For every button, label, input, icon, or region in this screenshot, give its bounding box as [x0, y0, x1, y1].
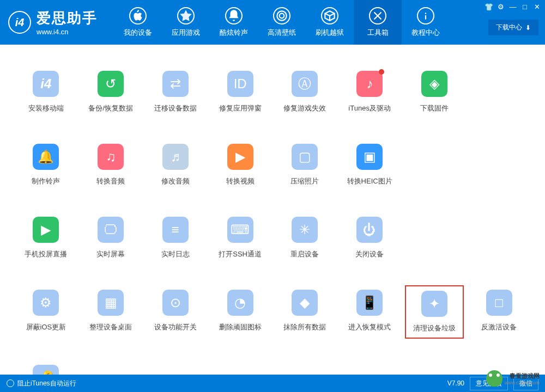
tool-label: 打开SSH通道 — [219, 249, 262, 259]
tool-ssh[interactable]: ⌨打开SSH通道 — [210, 212, 270, 264]
tool-pie[interactable]: ◔删除顽固图标 — [210, 285, 270, 339]
nav-item-image[interactable]: 高清壁纸 — [258, 0, 306, 45]
content-area: i4安装移动端↺备份/恢复数据⇄迁移设备数据ID修复应用弹窗Ⓐ修复游戏失效♪iT… — [0, 45, 545, 375]
watermark-english: www.czcbn.com — [504, 380, 540, 385]
tool-audio[interactable]: ♫转换音频 — [81, 139, 141, 191]
cast-icon: ▶ — [33, 217, 59, 243]
clean-icon: ✦ — [421, 291, 447, 317]
download-center-label: 下载中心 — [496, 23, 522, 32]
apple-icon — [129, 7, 147, 24]
tool-label: 下载固件 — [420, 103, 449, 113]
tool-label: 修复应用弹窗 — [219, 103, 262, 113]
nav-item-bell[interactable]: 酷炫铃声 — [210, 0, 258, 45]
nav-label: 工具箱 — [367, 28, 389, 38]
window-controls: 👕 ⚙ — □ ✕ — [481, 0, 545, 13]
nav-label: 酷炫铃声 — [220, 28, 248, 38]
watermark-chinese: 春蚕游戏网 — [504, 372, 540, 380]
tool-play[interactable]: ▶转换视频 — [210, 139, 270, 191]
close-button[interactable]: ✕ — [531, 2, 542, 11]
tool-label: 迁移设备数据 — [154, 103, 197, 113]
nav-item-box[interactable]: 刷机越狱 — [306, 0, 354, 45]
nav-item-tools[interactable]: 工具箱 — [354, 0, 402, 45]
minimize-button[interactable]: — — [507, 2, 518, 11]
version-label: V7.90 — [447, 379, 464, 387]
tool-transfer[interactable]: ⇄迁移设备数据 — [146, 66, 205, 118]
tool-photo[interactable]: ▢压缩照片 — [275, 139, 335, 191]
app-icon — [177, 7, 195, 24]
tool-label: 实时屏幕 — [96, 249, 125, 259]
app-title: 爱思助手 — [37, 9, 98, 28]
tshirt-icon[interactable]: 👕 — [483, 2, 494, 11]
photo-icon: ▢ — [292, 144, 318, 170]
tool-label: 清理设备垃圾 — [413, 323, 456, 333]
bug-icon — [486, 370, 502, 387]
status-text[interactable]: 阻止iTunes自动运行 — [17, 379, 76, 388]
tool-recovery[interactable]: 📱进入恢复模式 — [340, 285, 399, 339]
tool-deactivate[interactable]: □反激活设备 — [469, 285, 529, 339]
nav-label: 应用游戏 — [172, 28, 200, 38]
appleid-icon: ID — [227, 71, 253, 97]
box-icon — [321, 7, 338, 24]
bell-icon — [225, 7, 243, 24]
transfer-icon: ⇄ — [162, 71, 189, 97]
tools-grid: i4安装移动端↺备份/恢复数据⇄迁移设备数据ID修复应用弹窗Ⓐ修复游戏失效♪iT… — [16, 66, 529, 375]
tool-monitor[interactable]: 🖵实时屏幕 — [81, 212, 141, 264]
nav-item-info[interactable]: 教程中心 — [402, 0, 450, 45]
nav-item-app[interactable]: 应用游戏 — [162, 0, 210, 45]
ssh-icon: ⌨ — [227, 217, 253, 243]
tool-gear[interactable]: ⚙屏蔽iOS更新 — [16, 285, 76, 339]
loading-icon: ✳ — [292, 217, 318, 243]
header: i4 爱思助手 www.i4.cn 我的设备应用游戏酷炫铃声高清壁纸刷机越狱工具… — [0, 0, 545, 45]
tool-music[interactable]: ♪iTunes及驱动 — [340, 66, 399, 118]
tools-icon — [369, 7, 386, 24]
log-icon: ≡ — [162, 217, 189, 243]
logo-area[interactable]: i4 爱思助手 www.i4.cn — [8, 9, 98, 36]
tool-label: 实时日志 — [161, 249, 190, 259]
tool-key[interactable]: 🔑访问限制 — [16, 360, 76, 375]
play-icon: ▶ — [227, 144, 253, 170]
tool-toggle[interactable]: ⊙设备功能开关 — [146, 285, 205, 339]
tool-audio2[interactable]: ♬修改音频 — [146, 139, 205, 191]
tool-label: 转换视频 — [226, 176, 255, 186]
audio-icon: ♫ — [98, 144, 124, 170]
appstore-icon: Ⓐ — [292, 71, 318, 97]
settings-icon[interactable]: ⚙ — [495, 2, 506, 11]
maximize-button[interactable]: □ — [519, 2, 530, 11]
monitor-icon: 🖵 — [98, 217, 124, 243]
nav-item-apple[interactable]: 我的设备 — [114, 0, 162, 45]
nav-label: 刷机越狱 — [316, 28, 344, 38]
restore-icon: ↺ — [98, 71, 124, 97]
tool-label: iTunes及驱动 — [348, 103, 391, 113]
watermark: 春蚕游戏网 www.czcbn.com — [486, 370, 540, 387]
tool-cube[interactable]: ◈下载固件 — [405, 66, 464, 118]
tool-label: 整理设备桌面 — [89, 322, 132, 332]
tool-label: 转换HEIC图片 — [347, 176, 392, 186]
tool-appstore[interactable]: Ⓐ修复游戏失效 — [275, 66, 335, 118]
tool-log[interactable]: ≡实时日志 — [146, 212, 205, 264]
tool-grid[interactable]: ▦整理设备桌面 — [81, 285, 141, 339]
audio2-icon: ♬ — [162, 144, 189, 170]
grid-icon: ▦ — [98, 290, 124, 316]
nav-label: 高清壁纸 — [268, 28, 296, 38]
main-nav: 我的设备应用游戏酷炫铃声高清壁纸刷机越狱工具箱教程中心 — [114, 0, 537, 45]
tool-label: 压缩照片 — [290, 176, 319, 186]
tool-restore[interactable]: ↺备份/恢复数据 — [81, 66, 141, 118]
tool-cast[interactable]: ▶手机投屏直播 — [16, 212, 76, 264]
tool-label: 删除顽固图标 — [219, 322, 262, 332]
i4-icon: i4 — [33, 71, 59, 97]
download-center-button[interactable]: 下载中心 ⬇ — [488, 20, 538, 35]
tool-label: 反激活设备 — [481, 322, 517, 332]
app-url: www.i4.cn — [37, 28, 98, 36]
tool-appleid[interactable]: ID修复应用弹窗 — [210, 66, 270, 118]
tool-clean[interactable]: ✦清理设备垃圾 — [405, 285, 464, 339]
tool-power[interactable]: ⏻关闭设备 — [340, 212, 399, 264]
svg-point-0 — [280, 14, 284, 19]
svg-point-1 — [277, 11, 286, 20]
footer: 阻止iTunes自动运行 V7.90 意见反馈 微信 — [0, 375, 545, 392]
tool-loading[interactable]: ✳重启设备 — [275, 212, 335, 264]
tool-heic[interactable]: ▣转换HEIC图片 — [340, 139, 399, 191]
tool-erase[interactable]: ◆抹除所有数据 — [275, 285, 335, 339]
tool-bell[interactable]: 🔔制作铃声 — [16, 139, 76, 191]
tool-i4[interactable]: i4安装移动端 — [16, 66, 76, 118]
tool-label: 重启设备 — [290, 249, 319, 259]
